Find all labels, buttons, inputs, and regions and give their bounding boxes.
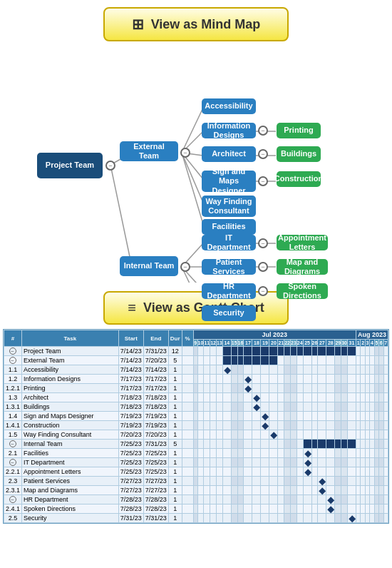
duration-cell: 1 [168,393,182,402]
mindmap-btn-section: ⊞ View as Mind Map [0,0,392,47]
gantt-day-cell [244,375,252,384]
mm-infodes-collapse[interactable]: − [258,126,268,136]
table-row: 2.5Security7/31/237/31/231 [4,514,388,523]
gantt-day-cell [204,393,210,402]
gantt-day-cell [217,440,223,449]
gantt-day-cell [222,495,231,504]
gantt-day-cell [284,449,291,458]
mm-patientsvc-collapse[interactable]: − [258,262,268,272]
gantt-day-cell [347,449,356,458]
mm-hr-collapse[interactable]: − [258,286,268,296]
gantt-day-cell [210,514,217,523]
gantt-day-cell [252,440,261,449]
gantt-day-cell [284,486,291,495]
mm-printing-node[interactable]: Printing [277,123,321,138]
gantt-day-cell [326,402,335,412]
gantt-day-cell [231,440,237,449]
gantt-day-cell [244,486,252,495]
start-date: 7/14/23 [118,347,143,356]
gantt-day-cell [296,514,303,523]
gantt-day-cell [237,356,244,365]
percent-cell [182,384,193,393]
mm-facilities-ext-node[interactable]: Facilities [202,219,256,235]
mm-construction-node[interactable]: Construction [277,171,321,187]
mm-wayfinding-node[interactable]: Way Finding Consultant [202,196,256,217]
start-date: 7/20/23 [118,430,143,440]
percent-cell [182,393,193,402]
collapse-icon[interactable]: − [9,357,16,364]
gantt-day-cell [210,347,217,356]
collapse-icon[interactable]: − [9,440,16,447]
gantt-day-cell [222,356,231,365]
gantt-day-cell [311,430,318,440]
gantt-day-cell [311,440,318,449]
milestone-diamond [349,515,356,522]
duration-cell: 1 [168,458,182,467]
gantt-day-cell [296,356,303,365]
mm-accessibility-node[interactable]: Accessibility [202,98,256,114]
mm-hr-node[interactable]: HR Department [202,283,256,299]
mm-arch-collapse[interactable]: − [258,149,268,159]
mm-signmaps-collapse[interactable]: − [258,176,268,186]
collapse-icon[interactable]: − [9,496,16,503]
task-name-cell: IT Department [22,458,119,467]
gantt-day-cell [284,440,291,449]
gantt-day-cell [244,365,252,375]
mm-it-node[interactable]: IT Department [202,235,256,250]
mm-security-node[interactable]: Security [202,305,256,321]
mm-root-node[interactable]: Project Team [37,153,103,178]
task-name-cell: Way Finding Consultant [22,430,119,440]
mm-external-team-node[interactable]: External Team [120,141,178,161]
svg-line-6 [182,153,203,203]
start-date: 7/25/23 [118,440,143,449]
mm-signmaps-node[interactable]: Sign and Maps Designer [202,171,256,192]
mm-mapdiag-node[interactable]: Map and Diagrams [277,259,328,275]
gantt-day-cell [244,458,252,467]
gantt-day-cell [237,430,244,440]
gantt-day-cell [335,347,341,356]
gantt-day-cell [383,393,388,402]
start-date: 7/19/23 [118,421,143,430]
table-row: −Internal Team7/25/237/31/235 [4,440,388,449]
gantt-day-cell [252,449,261,458]
milestone-diamond [319,478,326,485]
gantt-day-cell [341,430,348,440]
gantt-day-cell [244,495,252,504]
collapse-icon[interactable]: − [9,459,16,466]
mm-infodes-node[interactable]: Information Designs [202,123,256,138]
gantt-day-cell [284,412,291,421]
milestone-diamond [245,385,252,392]
mm-spokendirs-node[interactable]: Spoken Directions [277,283,328,299]
gantt-day-cell [197,486,204,495]
gantt-day-cell [252,430,261,440]
gantt-day-cell [347,356,356,365]
gantt-day-cell [318,458,326,467]
mm-it-collapse[interactable]: − [258,238,268,248]
gantt-day-cell [311,449,318,458]
gantt-day-cell [311,375,318,384]
mm-ext-collapse[interactable]: − [180,148,190,158]
milestone-diamond [262,413,269,420]
percent-cell [182,356,193,365]
mm-int-collapse[interactable]: − [180,262,190,272]
mm-patientsvc-node[interactable]: Patient Services [202,259,256,275]
mm-apptletters-node[interactable]: Appointment Letters [277,235,328,250]
milestone-diamond [254,404,261,411]
milestone-diamond [271,432,278,439]
view-gantt-button[interactable]: ≡ View as Gantt Chart [103,291,289,325]
mm-buildings-node[interactable]: Buildings [277,146,321,162]
percent-cell [182,514,193,523]
mm-internal-team-node[interactable]: Internal Team [120,256,178,276]
percent-cell [182,402,193,412]
mm-root-collapse[interactable]: − [105,161,115,171]
gantt-day-cell [252,365,261,375]
collapse-icon[interactable]: − [9,348,16,355]
mm-architect-node[interactable]: Architect [202,146,256,162]
view-mindmap-button[interactable]: ⊞ View as Mind Map [103,7,289,41]
gantt-day-cell [311,356,318,365]
gantt-day-cell [231,356,237,365]
gantt-day-cell [341,375,348,384]
start-date: 7/25/23 [118,449,143,458]
gantt-day-cell [231,477,237,486]
gantt-day-cell [326,495,335,504]
